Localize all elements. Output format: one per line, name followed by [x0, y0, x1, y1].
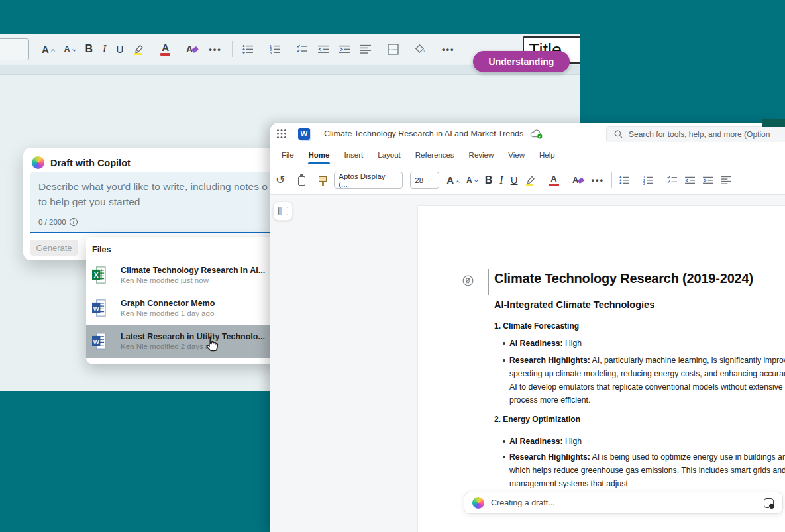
doc-section-1-heading[interactable]: 1. Climate Forecasting: [494, 321, 579, 331]
checklist-button[interactable]: [297, 44, 308, 54]
chevron-down-icon[interactable]: [256, 46, 260, 50]
shading-button[interactable]: [415, 44, 432, 54]
grow-font-button[interactable]: A: [446, 174, 459, 186]
numbered-list-button[interactable]: 123: [270, 44, 287, 54]
chevron-down-icon[interactable]: [632, 176, 637, 181]
toolbar-divider: [232, 41, 233, 57]
more-options-button[interactable]: •••: [442, 44, 455, 54]
italic-button[interactable]: I: [499, 174, 503, 186]
menu-view[interactable]: View: [501, 144, 532, 166]
chevron-down-icon[interactable]: [401, 46, 405, 50]
font-size-select[interactable]: 28: [410, 172, 439, 189]
file-texts: Latest Research in Utility Technolo... K…: [121, 332, 265, 350]
grow-font-button[interactable]: A: [42, 44, 54, 55]
shrink-font-button[interactable]: A: [466, 176, 478, 185]
doc-bullet-wrap-line[interactable]: process more efficient.: [509, 394, 590, 407]
info-icon[interactable]: [70, 218, 78, 226]
bullet-icon: [503, 342, 505, 345]
doc-bullet[interactable]: Research Highlights: AI, particularly ma…: [509, 354, 785, 367]
dialog-title: Draft with Copilot: [50, 158, 131, 168]
doc-section-2-heading[interactable]: 2. Energy Optimization: [494, 415, 580, 424]
decrease-indent-button[interactable]: [318, 44, 329, 54]
app-launcher-icon[interactable]: [276, 129, 287, 139]
block-indicator-bar: [488, 269, 489, 295]
align-button[interactable]: [360, 44, 378, 54]
doc-bullet-wrap-line[interactable]: AI to develop emulators that replicate c…: [509, 380, 785, 394]
sidebar-toggle-button[interactable]: [273, 201, 293, 221]
copilot-status-bar[interactable]: Creating a draft...: [464, 492, 783, 514]
numbered-list-button[interactable]: 123: [643, 176, 660, 185]
stop-generating-icon[interactable]: [764, 498, 774, 508]
undo-button[interactable]: ↺: [276, 174, 291, 186]
shrink-font-button[interactable]: A: [64, 44, 76, 54]
menu-home[interactable]: Home: [301, 144, 337, 166]
word-app-icon[interactable]: W: [298, 128, 310, 140]
chevron-down-icon: [394, 177, 399, 182]
corner-accent: [762, 119, 785, 127]
chevron-down-icon[interactable]: [374, 46, 378, 50]
increase-indent-button[interactable]: [339, 44, 350, 54]
chevron-down-icon[interactable]: [560, 176, 565, 181]
doc-bullet[interactable]: AI Readiness: High: [509, 435, 582, 448]
chevron-down-icon[interactable]: [172, 46, 177, 50]
bullet-list-button[interactable]: [242, 44, 260, 54]
more-options-button[interactable]: •••: [209, 44, 222, 54]
menu-references[interactable]: References: [408, 144, 462, 166]
font-color-button[interactable]: A: [549, 174, 565, 186]
caret-down-icon: [72, 48, 76, 52]
highlight-button[interactable]: [133, 44, 150, 55]
doc-bullet-wrap-line[interactable]: management systems that adjust: [509, 477, 628, 490]
underline-button[interactable]: U: [116, 44, 123, 55]
menu-layout[interactable]: Layout: [370, 144, 408, 166]
paste-button[interactable]: [298, 175, 311, 186]
char-counter-value: 0 / 2000: [38, 218, 66, 226]
menu-file[interactable]: File: [274, 144, 301, 166]
toolbar-divider: [611, 172, 612, 188]
word-window: W Climate Technology Research in AI and …: [270, 123, 785, 532]
format-painter-button[interactable]: [319, 179, 327, 182]
increase-indent-button[interactable]: [703, 176, 713, 185]
bullet-icon: [503, 456, 505, 458]
bold-button[interactable]: B: [85, 43, 93, 55]
highlight-button[interactable]: [525, 175, 542, 186]
doc-bullet[interactable]: Research Highlights: AI is being used to…: [509, 451, 785, 464]
italic-button[interactable]: I: [103, 43, 106, 55]
menu-help[interactable]: Help: [532, 144, 562, 166]
chevron-down-icon[interactable]: [287, 176, 291, 181]
clear-formatting-button[interactable]: A: [572, 175, 584, 185]
bullet-bold-label: Research Highlights:: [509, 356, 590, 365]
copilot-outline-icon[interactable]: [462, 275, 474, 286]
borders-button[interactable]: [388, 44, 405, 55]
generate-button[interactable]: Generate: [30, 240, 78, 256]
document-page[interactable]: Climate Technology Research (2019-2024) …: [417, 205, 785, 532]
more-indent-button-cut[interactable]: [721, 176, 731, 185]
doc-bullet-wrap-line[interactable]: which helps reduce greenhouse gas emissi…: [509, 464, 785, 477]
chevron-down-icon[interactable]: [307, 176, 312, 181]
doc-bullet[interactable]: AI Readiness: High: [509, 337, 582, 350]
chevron-down-icon[interactable]: [537, 176, 542, 181]
more-options-button[interactable]: •••: [592, 175, 605, 185]
bullet-list-button[interactable]: [619, 176, 636, 185]
font-name-select[interactable]: Aptos Display (...: [334, 172, 403, 189]
doc-title[interactable]: Climate Technology Research (2019-2024): [494, 271, 753, 286]
collapsed-dropdown[interactable]: [0, 38, 29, 60]
clear-formatting-button[interactable]: A: [186, 44, 199, 54]
doc-heading-2[interactable]: AI-Integrated Climate Technologies: [494, 299, 654, 310]
underline-button[interactable]: U: [511, 174, 518, 186]
copilot-status-text: Creating a draft...: [491, 498, 555, 507]
bulleted-list-icon: [242, 44, 254, 54]
search-input[interactable]: Search for tools, help, and more (Option: [606, 126, 785, 142]
menu-insert[interactable]: Insert: [337, 144, 370, 166]
chevron-down-icon[interactable]: [283, 46, 288, 50]
menu-review[interactable]: Review: [462, 144, 501, 166]
chevron-down-icon[interactable]: [428, 46, 433, 50]
copilot-icon: [472, 497, 484, 509]
doc-bullet-wrap-line[interactable]: speeding up climate modeling, reducing e…: [509, 367, 785, 380]
checklist-button[interactable]: [667, 176, 678, 185]
bold-button[interactable]: B: [485, 174, 493, 186]
decrease-indent-button[interactable]: [685, 176, 696, 185]
font-color-button[interactable]: A: [160, 42, 176, 56]
chevron-down-icon[interactable]: [146, 46, 151, 50]
document-title[interactable]: Climate Technology Research in AI and Ma…: [324, 129, 523, 138]
chevron-down-icon[interactable]: [656, 176, 660, 181]
